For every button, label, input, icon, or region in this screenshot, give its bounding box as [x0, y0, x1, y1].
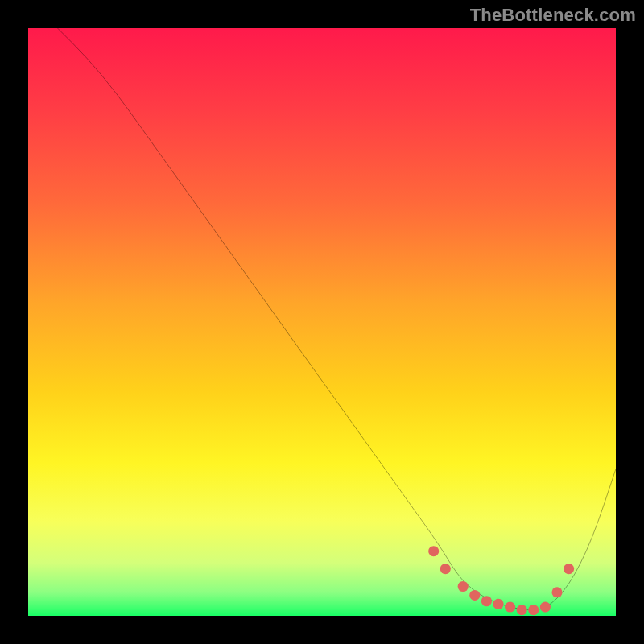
- chart-svg: [28, 28, 616, 616]
- optimal-dot: [458, 581, 469, 592]
- outer-frame: TheBottleneck.com: [0, 0, 644, 644]
- bottleneck-curve: [58, 28, 617, 610]
- optimal-dot: [481, 596, 492, 606]
- optimal-dot: [540, 601, 551, 612]
- optimal-dot: [469, 590, 480, 601]
- optimal-dot: [493, 599, 503, 609]
- attribution-text: TheBottleneck.com: [470, 5, 636, 26]
- optimal-dot: [440, 564, 451, 574]
- optimal-dot: [551, 587, 562, 597]
- optimal-dot: [505, 601, 515, 612]
- optimal-range-dots: [428, 546, 574, 615]
- optimal-dot: [564, 564, 574, 574]
- optimal-dot: [528, 605, 539, 615]
- optimal-dot: [517, 605, 527, 615]
- optimal-dot: [428, 546, 439, 556]
